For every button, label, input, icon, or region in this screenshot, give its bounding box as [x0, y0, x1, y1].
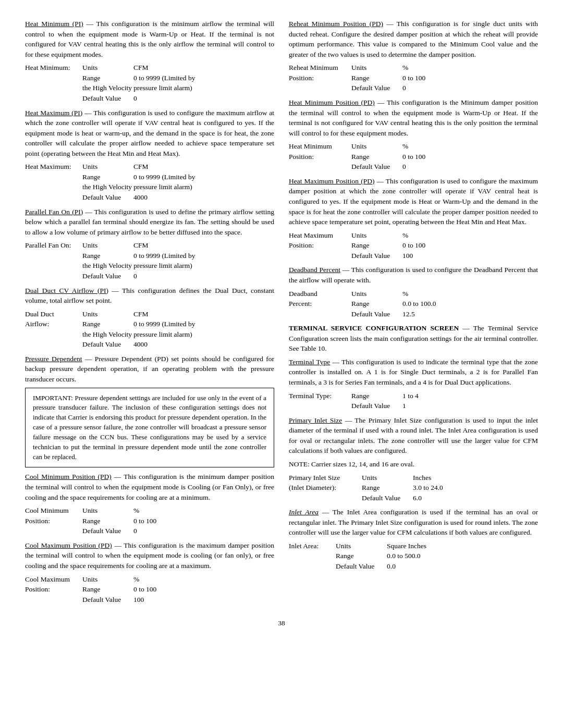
heat-maximum-pi-specs: Heat Maximum: Units CFM Range 0 to 9999 …: [25, 162, 274, 202]
parallel-fan-on-pi-heading: Parallel Fan On (PI): [25, 208, 83, 216]
dual-duct-cv-pi-heading: Dual Duct CV Airflow (PI): [25, 287, 108, 294]
spec-label: Heat Minimum:: [25, 63, 82, 103]
spec-val: 0: [133, 93, 137, 104]
inlet-area-text: — The Inlet Area configuration is used i…: [289, 508, 538, 536]
spec-key: Range: [82, 516, 129, 526]
spec-key: Default Value: [351, 401, 398, 411]
spec-val: 0 to 100: [402, 73, 425, 83]
spec-val: %: [402, 63, 408, 73]
spec-line: Units CFM: [82, 309, 195, 319]
label-line1: Cool Minimum: [25, 505, 82, 516]
spec-col: Units CFM Range 0 to 9999 (Limited by th…: [82, 162, 195, 202]
cool-maximum-pd-specs: Cool Maximum Position: Units % Range 0 t…: [25, 574, 274, 605]
label-line2: Position:: [289, 152, 351, 162]
spec-label-heat-max-pd: Heat Maximum Position:: [289, 230, 351, 261]
terminal-type-heading: Terminal Type: [289, 358, 330, 366]
spec-key: Default Value: [351, 83, 398, 93]
dual-duct-cv-pi-para: Dual Duct CV Airflow (PI) — This configu…: [25, 286, 274, 306]
spec-line: Units Inches: [362, 473, 443, 483]
label-line2: Position:: [25, 516, 82, 526]
spec-line: Units %: [351, 230, 425, 241]
spec-line: Units %: [351, 289, 436, 299]
heat-minimum-pi-specs: Heat Minimum: Units CFM Range 0 to 9999 …: [25, 63, 274, 103]
spec-line: Units %: [351, 141, 425, 152]
label-line2: Airflow:: [25, 319, 82, 329]
spec-row: Parallel Fan On: Units CFM Range 0 to 99…: [25, 240, 274, 281]
spec-val: 0: [402, 162, 406, 172]
primary-inlet-size-para: Primary Inlet Size — The Primary Inlet S…: [289, 415, 538, 456]
spec-val-continued: the High Velocity pressure limit alarm): [82, 182, 192, 192]
spec-col: Units CFM Range 0 to 9999 (Limited by th…: [82, 240, 195, 281]
spec-val: 0 to 100: [133, 516, 156, 526]
spec-label: Terminal Type:: [289, 391, 351, 411]
spec-key: Units: [82, 162, 129, 172]
spec-val: %: [402, 141, 408, 152]
spec-key: Units: [336, 541, 383, 551]
cool-maximum-pd-heading: Cool Maximum Position (PD): [25, 541, 112, 549]
terminal-type-para: Terminal Type — This configuration is us…: [289, 357, 538, 388]
spec-val: 0 to 100: [133, 584, 156, 595]
spec-key: Range: [351, 73, 398, 83]
spec-val: CFM: [133, 240, 149, 251]
spec-key: Range: [351, 152, 398, 162]
cool-minimum-pd-heading: Cool Minimum Position (PD): [25, 473, 112, 480]
cool-minimum-pd-specs: Cool Minimum Position: Units % Range 0 t…: [25, 505, 274, 536]
spec-line: Default Value 0: [82, 93, 195, 104]
spec-val: 0.0 to 500.0: [387, 551, 421, 561]
label-line1: Heat Minimum: [289, 141, 351, 152]
spec-key: Units: [82, 63, 129, 73]
important-box-text: IMPORTANT: Pressure dependent settings a…: [33, 394, 266, 461]
spec-key: Default Value: [336, 561, 383, 572]
spec-key: Default Value: [82, 595, 129, 605]
spec-line: Default Value 0: [351, 162, 425, 172]
reheat-minimum-pd-heading: Reheat Minimum Position (PD): [289, 20, 383, 28]
cool-maximum-pd-para: Cool Maximum Position (PD) — This config…: [25, 540, 274, 571]
spec-line: Units CFM: [82, 162, 195, 172]
content-columns: Heat Minimum (PI) — This configuration i…: [25, 19, 538, 609]
spec-col: Units % Range 0 to 100 Default Value 0: [82, 505, 156, 536]
spec-line: Range 0.0 to 500.0: [336, 551, 426, 561]
spec-val: 0 to 9999 (Limited by: [133, 172, 195, 182]
spec-row: Heat Maximum Position: Units % Range 0 t…: [289, 230, 538, 261]
inlet-area-heading: Inlet Area: [289, 508, 319, 516]
dual-duct-cv-pi-specs: Dual Duct Airflow: Units CFM Range 0 to …: [25, 309, 274, 350]
spec-val: 4000: [133, 192, 148, 203]
spec-val: %: [133, 505, 139, 516]
heat-maximum-pd-specs: Heat Maximum Position: Units % Range 0 t…: [289, 230, 538, 261]
terminal-service-para: TERMINAL SERVICE CONFIGURATION SCREEN — …: [289, 323, 538, 354]
spec-col: Units % Range 0 to 100 Default Value 100: [82, 574, 156, 605]
label-line2: Percent:: [289, 299, 351, 309]
spec-val: 3.0 to 24.0: [413, 483, 443, 493]
spec-col: Units Square Inches Range 0.0 to 500.0 D…: [336, 541, 426, 572]
label-line2: Position:: [289, 73, 351, 83]
spec-row: Heat Maximum: Units CFM Range 0 to 9999 …: [25, 162, 274, 202]
spec-line: Range 1 to 4: [351, 391, 419, 401]
right-column: Reheat Minimum Position (PD) — This conf…: [289, 19, 538, 609]
spec-val: %: [133, 574, 139, 585]
spec-val: 100: [133, 595, 144, 605]
spec-val: 0: [133, 526, 137, 536]
spec-col: Units % Range 0 to 100 Default Value 0: [351, 141, 425, 172]
spec-key: Units: [82, 240, 129, 251]
spec-line: Units CFM: [82, 240, 195, 251]
spec-label: Inlet Area:: [289, 541, 336, 572]
spec-label: Parallel Fan On:: [25, 240, 82, 281]
spec-key: Default Value: [351, 162, 398, 172]
label-line1: Cool Maximum: [25, 574, 82, 585]
heat-minimum-pd-heading: Heat Minimum Position (PD): [289, 98, 375, 106]
spec-line: Default Value 12.5: [351, 309, 436, 319]
spec-key: Units: [82, 505, 129, 516]
spec-label-reheat: Reheat Minimum Position:: [289, 63, 351, 93]
spec-line: the High Velocity pressure limit alarm): [82, 261, 195, 271]
spec-key: Range: [362, 483, 409, 493]
spec-key: Units: [351, 230, 398, 241]
primary-inlet-note: NOTE: Carrier sizes 12, 14, and 16 are o…: [289, 459, 538, 470]
spec-line: Default Value 0: [351, 83, 425, 93]
spec-line: the High Velocity pressure limit alarm): [82, 83, 195, 93]
deadband-percent-para: Deadband Percent — This configuration is…: [289, 265, 538, 285]
heat-maximum-pd-heading: Heat Maximum Position (PD): [289, 177, 374, 185]
spec-col: Units % Range 0 to 100 Default Value 100: [351, 230, 425, 261]
pressure-dependent-heading: Pressure Dependent: [25, 355, 82, 363]
spec-row: Inlet Area: Units Square Inches Range 0.…: [289, 541, 538, 572]
spec-key: Default Value: [351, 251, 398, 261]
